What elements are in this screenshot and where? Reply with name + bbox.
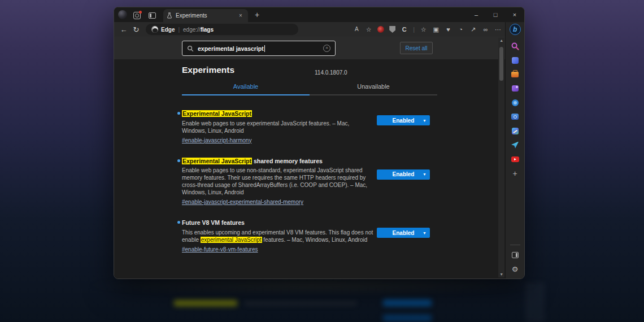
clear-search-icon[interactable]: × [323, 45, 330, 52]
sidebar-divider [510, 245, 520, 245]
tab-title: Experiments [176, 12, 237, 19]
url-host: flags [201, 27, 214, 33]
flag-anchor-link[interactable]: #enable-javascript-experimental-shared-m… [182, 199, 303, 205]
search-value: experimental javascript [198, 45, 264, 52]
tab-unavailable[interactable]: Unavailable [310, 83, 437, 95]
flags-body: Experiments 114.0.1807.0 Available Unava… [114, 59, 505, 279]
toolbar-divider: | [413, 26, 415, 33]
scrollbar-thumb[interactable] [499, 47, 503, 81]
scrollbar-track[interactable] [498, 43, 504, 272]
sidebar-tools-icon[interactable] [511, 70, 519, 79]
sidebar-games-icon[interactable] [511, 84, 519, 93]
reflection-button-2 [383, 315, 432, 321]
flag-future-v8: Future V8 VM features This enables upcom… [182, 219, 437, 254]
new-tab-button[interactable]: + [255, 11, 259, 19]
link-icon[interactable]: ∞ [482, 25, 489, 33]
flags-header: experimental javascript × Reset all [114, 37, 505, 59]
page-title: Experiments [182, 65, 437, 75]
flag-shared-memory: Experimental JavaScript shared memory fe… [182, 158, 437, 207]
flask-icon [167, 12, 172, 19]
edge-sidebar: b + ⚙ [505, 22, 524, 279]
sidebar-settings-icon[interactable]: ⚙ [511, 265, 519, 273]
search-input[interactable]: experimental javascript × [182, 41, 336, 56]
reflection-highlight [174, 300, 237, 306]
performance-icon[interactable]: ◔ [457, 25, 464, 33]
workspaces-icon[interactable] [133, 11, 142, 19]
flag-value-dropdown[interactable]: Enabled ▼ [377, 169, 430, 180]
chevron-down-icon: ▼ [423, 231, 427, 235]
scroll-up-icon[interactable]: ▲ [499, 38, 503, 43]
address-bar[interactable]: Edge | edge:// flags [146, 24, 298, 35]
browser-window: Experiments × + – □ × ← ↻ Edge | edge://… [114, 7, 525, 279]
back-button[interactable]: ← [118, 25, 130, 34]
close-button[interactable]: × [505, 7, 524, 22]
flag-description: Enable web pages to use experimental Jav… [182, 120, 375, 134]
minimize-button[interactable]: – [467, 7, 486, 22]
share-icon[interactable]: ↗ [469, 25, 477, 33]
collections-icon[interactable]: ▣ [432, 25, 440, 33]
reflection-button-1 [383, 299, 432, 306]
tab-available[interactable]: Available [182, 83, 310, 95]
search-icon [187, 45, 194, 52]
more-menu-icon[interactable]: ⋯ [494, 25, 502, 33]
flag-description: Enable web pages to use non-standard, ex… [182, 167, 375, 196]
sidebar-customize-icon[interactable]: + [511, 169, 519, 177]
sidebar-youtube-icon[interactable] [511, 155, 519, 163]
flag-value-dropdown[interactable]: Enabled ▼ [377, 228, 430, 238]
flag-bullet-icon [177, 112, 180, 115]
collapse-sidebar-icon[interactable] [511, 251, 519, 259]
sidebar-search-icon[interactable] [511, 42, 519, 50]
toolbar: ← ↻ Edge | edge:// flags A ☆ C | ☆ [114, 22, 505, 37]
tab-close-icon[interactable]: × [237, 12, 245, 20]
reflection-sidebar [525, 282, 545, 322]
flag-bullet-icon [177, 221, 180, 224]
browser-essentials-icon[interactable]: ♥ [445, 25, 452, 33]
site-label: Edge [161, 27, 175, 33]
reset-all-button[interactable]: Reset all [400, 42, 433, 54]
reflection-text [244, 302, 357, 305]
sidebar-drop-icon[interactable] [511, 141, 519, 149]
scrollbar[interactable]: ▲ ▼ [498, 38, 504, 277]
flag-experimental-javascript: Experimental JavaScript Enable web pages… [182, 110, 437, 145]
address-divider: | [178, 27, 180, 33]
flag-value-dropdown[interactable]: Enabled ▼ [377, 115, 430, 125]
chevron-down-icon: ▼ [423, 172, 427, 176]
flag-anchor-link[interactable]: #enable-javascript-harmony [182, 137, 251, 143]
flag-title: Future V8 VM features [182, 219, 437, 227]
refresh-button[interactable]: ↻ [130, 25, 142, 34]
flag-bullet-icon [177, 159, 180, 162]
version-number: 114.0.1807.0 [315, 69, 347, 76]
flag-anchor-link[interactable]: #enable-future-v8-vm-features [182, 246, 258, 253]
favorites-bar-icon[interactable]: ☆ [420, 25, 427, 33]
scroll-down-icon[interactable]: ▼ [499, 272, 503, 277]
edge-logo-icon [151, 26, 158, 33]
flag-description: This enables upcoming and experimental V… [182, 229, 375, 243]
url-scheme: edge:// [183, 27, 201, 33]
extension-c-icon[interactable]: C [401, 25, 408, 33]
flag-title: Experimental JavaScript shared memory fe… [182, 158, 437, 165]
sidebar-designer-icon[interactable] [511, 127, 519, 135]
flags-tabs: Available Unavailable [182, 83, 437, 95]
extension-red-icon[interactable] [377, 26, 384, 33]
title-bar: Experiments × + – □ × [114, 7, 524, 22]
text-caret [264, 45, 265, 52]
flags-page: experimental javascript × Reset all Expe… [114, 37, 505, 279]
sidebar-essentials-icon[interactable] [511, 98, 519, 107]
read-aloud-icon[interactable]: A [353, 25, 360, 33]
chevron-down-icon: ▼ [423, 119, 427, 123]
browser-tab[interactable]: Experiments × [163, 9, 248, 22]
extension-shield-icon[interactable] [389, 26, 395, 33]
sidebar-image-creator-icon[interactable] [511, 112, 519, 121]
maximize-button[interactable]: □ [486, 7, 505, 22]
profile-avatar[interactable] [118, 10, 127, 19]
sidebar-shopping-icon[interactable] [511, 56, 519, 64]
favorite-star-icon[interactable]: ☆ [365, 25, 372, 33]
tab-actions-icon[interactable] [148, 11, 156, 19]
bing-discover-icon[interactable]: b [510, 24, 521, 35]
